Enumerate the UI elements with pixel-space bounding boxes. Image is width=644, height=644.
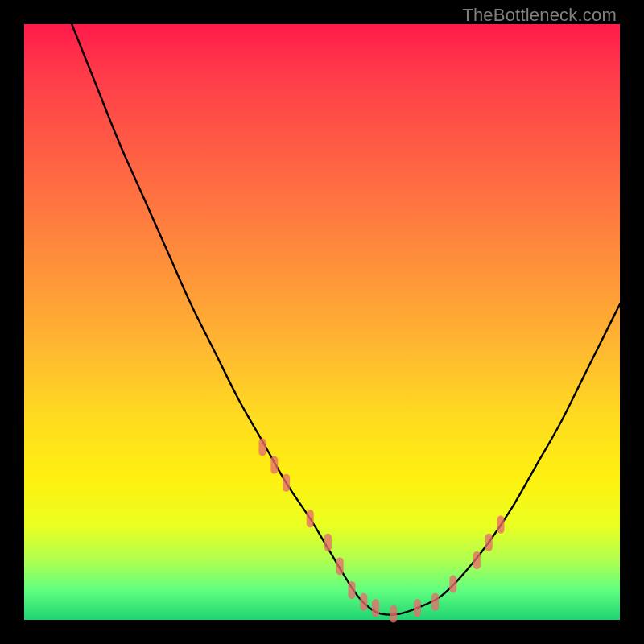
marker-dot: [259, 438, 266, 456]
bottleneck-curve: [72, 24, 620, 615]
marker-dot: [485, 534, 493, 551]
plot-area: [24, 24, 620, 620]
marker-group: [259, 438, 505, 622]
marker-dot: [349, 581, 356, 599]
marker-dot: [283, 474, 290, 492]
marker-dot: [372, 599, 379, 617]
marker-dot: [360, 593, 367, 611]
marker-dot: [414, 599, 421, 617]
marker-dot: [473, 551, 481, 569]
marker-dot: [390, 605, 397, 623]
marker-dot: [270, 456, 278, 474]
marker-dot: [307, 510, 314, 527]
marker-dot: [449, 576, 456, 593]
marker-dot: [497, 516, 505, 534]
marker-dot: [324, 534, 332, 551]
chart-frame: TheBottleneck.com: [0, 0, 644, 644]
chart-svg: [24, 24, 620, 620]
watermark-text: TheBottleneck.com: [462, 5, 617, 26]
marker-dot: [336, 557, 344, 575]
marker-dot: [431, 593, 439, 611]
